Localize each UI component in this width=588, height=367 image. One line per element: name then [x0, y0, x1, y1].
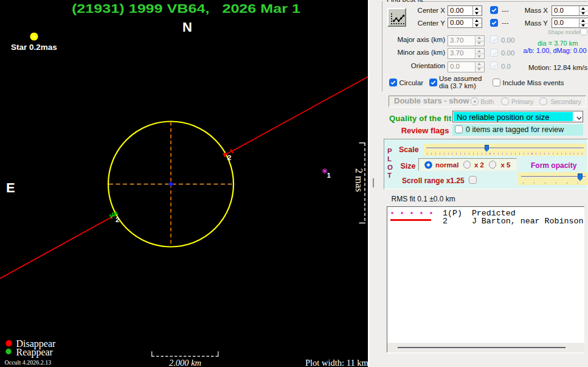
svg-text:(21931) 1999 VB64, 2026 Mar: (21931) 1999 VB64, 2026 Mar 1	[72, 1, 300, 15]
svg-text:2: 2	[116, 216, 119, 223]
svg-text:2 mas: 2 mas	[353, 169, 365, 192]
svg-text:2: 2	[227, 154, 231, 161]
svg-text:E: E	[6, 180, 15, 195]
svg-text:Occult 4.2026.2.13: Occult 4.2026.2.13	[5, 359, 52, 366]
svg-text:N: N	[182, 19, 192, 35]
svg-text:1: 1	[327, 172, 331, 179]
svg-text:2.000 km: 2.000 km	[169, 358, 201, 367]
svg-text:Plot width: 11 km: Plot width: 11 km	[305, 358, 368, 367]
svg-text:Reappear: Reappear	[16, 347, 54, 358]
svg-text:Star 0.2mas: Star 0.2mas	[11, 43, 57, 52]
